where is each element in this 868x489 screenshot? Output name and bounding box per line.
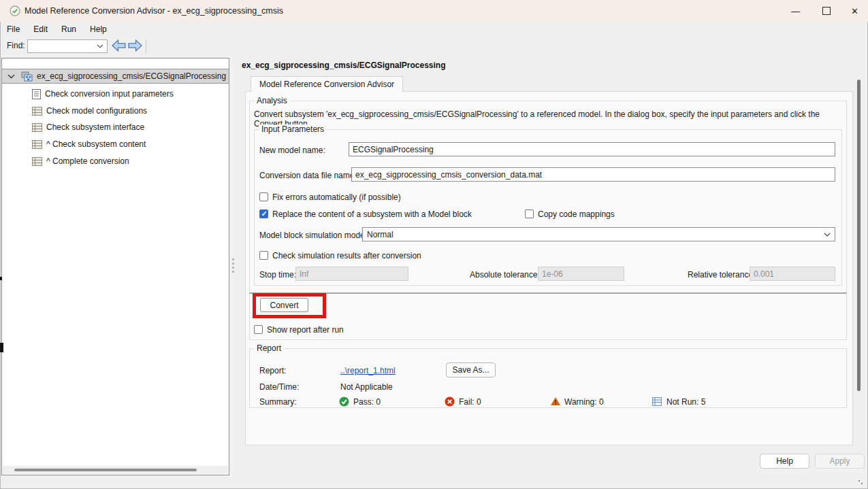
maximize-icon xyxy=(822,7,831,15)
new-model-name-field[interactable] xyxy=(349,142,835,156)
check-sim-results-checkbox[interactable] xyxy=(259,251,268,260)
menu-help[interactable]: Help xyxy=(83,22,114,37)
page-title: ex_ecg_sigprocessing_cmsis/ECGSignalProc… xyxy=(242,61,445,70)
pass-icon xyxy=(339,397,349,409)
conversion-data-file-name-field[interactable] xyxy=(351,167,835,182)
maximize-button[interactable] xyxy=(811,0,841,22)
section-separator xyxy=(249,292,847,294)
tree-item-check-conversion-input-parameters[interactable]: Check conversion input parameters xyxy=(32,86,174,101)
minimize-icon: — xyxy=(791,6,800,16)
tree-item-label: ^ Complete conversion xyxy=(46,156,129,166)
absolute-tolerance-label: Absolute tolerance: xyxy=(470,270,540,280)
combo-chevron-down-icon[interactable] xyxy=(97,44,107,48)
convert-button[interactable]: Convert xyxy=(260,298,308,312)
show-report-label: Show report after run xyxy=(267,325,344,335)
new-model-name-label: New model name: xyxy=(259,146,325,155)
check-document-icon xyxy=(32,89,41,99)
tree-item-label: Check subsystem interface xyxy=(46,122,144,132)
replace-content-checkbox[interactable] xyxy=(259,209,268,218)
copy-code-mappings-label: Copy code mappings xyxy=(538,209,615,219)
simulation-mode-label: Model block simulation mode: xyxy=(259,231,367,240)
menu-file[interactable]: File xyxy=(0,22,27,37)
simulation-mode-value: Normal xyxy=(367,230,824,239)
tree-item-check-subsystem-interface[interactable]: Check subsystem interface xyxy=(32,120,144,135)
simulation-mode-select[interactable]: Normal xyxy=(362,227,835,241)
datetime-value: Not Applicable xyxy=(340,382,393,392)
datetime-label: Date/Time: xyxy=(259,382,299,392)
input-parameters-group-label: Input Parameters xyxy=(259,124,327,134)
tree-item-complete-conversion[interactable]: ^ Complete conversion xyxy=(32,154,129,169)
report-link[interactable]: ..\report_1.html xyxy=(340,366,396,375)
save-as-button[interactable]: Save As... xyxy=(446,362,496,377)
summary-label: Summary: xyxy=(259,397,297,407)
find-combobox[interactable] xyxy=(27,39,108,53)
help-button[interactable]: Help xyxy=(760,454,809,469)
show-report-checkbox[interactable] xyxy=(254,325,263,334)
find-input[interactable] xyxy=(28,41,97,51)
close-button[interactable]: ✕ xyxy=(841,0,868,22)
screen-artifact xyxy=(0,343,3,352)
checks-tree-panel: ex_ecg_sigprocessing_cmsis/ECGSignalProc… xyxy=(1,58,229,475)
warning-count: Warning: 0 xyxy=(564,397,604,407)
check-list-icon xyxy=(32,140,42,149)
tab-label: Model Reference Conversion Advisor xyxy=(259,80,394,89)
menu-edit[interactable]: Edit xyxy=(27,22,54,37)
tree-collapse-chevron-icon[interactable] xyxy=(7,74,15,79)
pass-count: Pass: 0 xyxy=(353,397,381,407)
app-check-icon xyxy=(10,5,20,18)
title-bar: Model Reference Conversion Advisor - ex_… xyxy=(0,0,868,22)
tree-item-label: ^ Check subsystem content xyxy=(46,139,146,149)
tree-horizontal-scrollbar[interactable] xyxy=(3,466,228,474)
tree-item-check-subsystem-content[interactable]: ^ Check subsystem content xyxy=(32,137,146,152)
check-list-icon xyxy=(32,157,42,166)
fix-errors-checkbox[interactable] xyxy=(259,192,268,201)
analysis-group-label: Analysis xyxy=(254,96,290,105)
vertical-scrollbar-thumb[interactable] xyxy=(857,80,861,391)
fail-count: Fail: 0 xyxy=(459,397,481,407)
check-list-icon xyxy=(32,123,42,132)
close-icon: ✕ xyxy=(851,6,858,16)
fail-icon xyxy=(445,397,455,409)
tree-item-check-model-configurations[interactable]: Check model configurations xyxy=(32,103,147,118)
find-label: Find: xyxy=(7,41,25,50)
warning-icon xyxy=(550,397,561,408)
relative-tolerance-label: Relative tolerance: xyxy=(688,270,755,280)
absolute-tolerance-field xyxy=(538,267,624,281)
minimize-button[interactable]: — xyxy=(780,0,811,22)
menu-run[interactable]: Run xyxy=(54,22,83,37)
replace-content-label: Replace the content of a subsystem with … xyxy=(272,209,472,219)
toolbar-separator xyxy=(146,39,146,53)
check-sim-results-label: Check simulation results after conversio… xyxy=(272,251,421,260)
window-title: Model Reference Conversion Advisor - ex_… xyxy=(25,6,283,16)
find-next-button[interactable] xyxy=(128,39,142,54)
menu-bar: File Edit Run Help xyxy=(0,22,868,37)
tree-root-label: ex_ecg_sigprocessing_cmsis/ECGSignalProc… xyxy=(37,71,226,81)
screen-artifact xyxy=(0,277,2,280)
analysis-description: Convert subsystem 'ex_ecg_sigprocessing_… xyxy=(254,109,843,129)
report-group-label: Report xyxy=(254,343,284,353)
tree-horizontal-scrollbar-thumb[interactable] xyxy=(14,469,197,471)
not-run-icon xyxy=(652,397,662,408)
fix-errors-label: Fix errors automatically (if possible) xyxy=(272,192,401,202)
stop-time-label: Stop time: xyxy=(259,270,296,280)
apply-button[interactable]: Apply xyxy=(815,454,865,469)
model-reference-conversion-advisor-window: Model Reference Conversion Advisor - ex_… xyxy=(0,0,868,489)
stop-time-field xyxy=(295,267,408,281)
report-row-label: Report: xyxy=(259,366,286,375)
find-previous-button[interactable] xyxy=(112,39,126,54)
tree-root-item[interactable]: ex_ecg_sigprocessing_cmsis/ECGSignalProc… xyxy=(2,69,229,84)
copy-code-mappings-checkbox[interactable] xyxy=(525,209,534,218)
check-list-icon xyxy=(32,107,42,116)
tab-model-reference-conversion-advisor[interactable]: Model Reference Conversion Advisor xyxy=(251,76,403,92)
toolbar: Find: xyxy=(0,37,868,56)
conversion-data-file-name-label: Conversion data file name: xyxy=(259,171,357,180)
model-reference-icon xyxy=(21,71,33,82)
tree-item-label: Check model configurations xyxy=(46,106,147,116)
select-chevron-down-icon xyxy=(824,233,831,237)
tree-item-label: Check conversion input parameters xyxy=(45,89,174,99)
relative-tolerance-field xyxy=(750,267,835,281)
not-run-count: Not Run: 5 xyxy=(666,397,705,407)
